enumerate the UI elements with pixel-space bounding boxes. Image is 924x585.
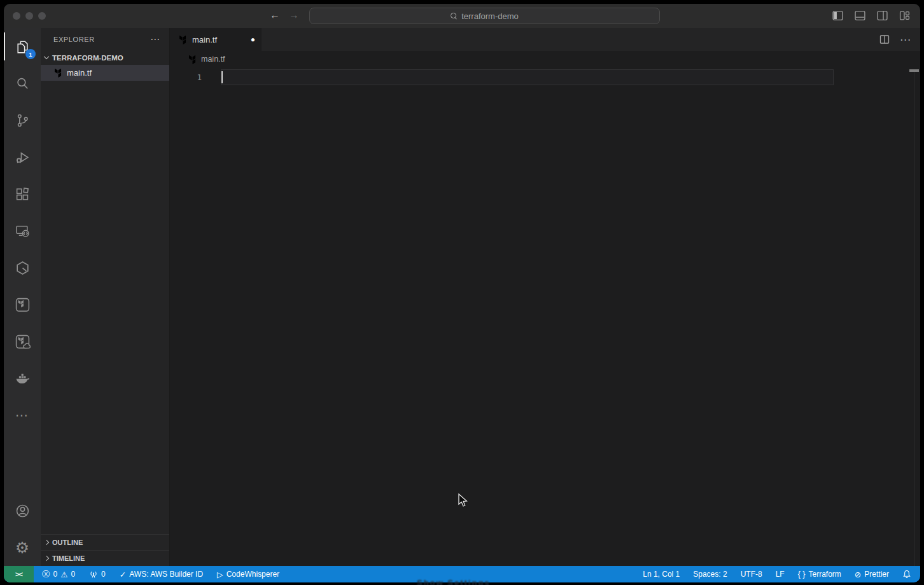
account-icon xyxy=(15,503,31,519)
folder-row-terraform-demo[interactable]: TERRAFORM-DEMO xyxy=(41,50,169,65)
status-right: Ln 1, Col 1 Spaces: 2 UTF-8 LF { } Terra… xyxy=(643,570,920,579)
extensions-icon xyxy=(15,186,31,202)
bell-icon xyxy=(902,570,911,579)
run-debug-icon xyxy=(15,149,31,165)
terraform-icon xyxy=(15,297,31,313)
codewhisperer-label: CodeWhisperer xyxy=(227,570,279,579)
command-center-label: terraform-demo xyxy=(461,11,519,21)
ports-status[interactable]: 0 xyxy=(89,570,106,579)
braces-icon: { } xyxy=(798,570,806,579)
toggle-primary-sidebar-icon[interactable] xyxy=(832,10,843,21)
activity-bar: 1 xyxy=(4,28,41,566)
sidebar-item-search[interactable] xyxy=(4,65,41,102)
explorer-more-actions-icon[interactable]: ⋯ xyxy=(150,34,160,45)
sidebar-item-explorer[interactable]: 1 xyxy=(4,28,41,65)
search-icon xyxy=(451,13,458,20)
code-editor[interactable]: 1 xyxy=(170,67,920,566)
outline-label: OUTLINE xyxy=(52,539,83,546)
tab-bar: main.tf ● ⋯ xyxy=(170,28,920,51)
mouse-pointer-icon xyxy=(458,493,468,507)
search-icon xyxy=(15,76,31,92)
remote-icon: >< xyxy=(15,570,22,578)
forward-icon[interactable]: → xyxy=(289,10,299,21)
language-mode: Terraform xyxy=(808,570,841,579)
explorer-empty-space xyxy=(41,81,169,534)
sidebar-item-remote-explorer[interactable] xyxy=(4,212,41,249)
current-line-highlight xyxy=(221,69,834,85)
clipped-bottom-text: Show Settings xyxy=(417,578,491,585)
cursor-position: Ln 1, Col 1 xyxy=(643,570,680,579)
screen: ← → terraform-demo xyxy=(0,0,924,585)
customize-layout-icon[interactable] xyxy=(899,10,910,21)
file-row-main-tf[interactable]: main.tf xyxy=(41,65,169,81)
breadcrumb-item: main.tf xyxy=(201,55,225,64)
sidebar-item-source-control[interactable] xyxy=(4,102,41,139)
toggle-secondary-sidebar-icon[interactable] xyxy=(877,10,888,21)
terraform-file-icon xyxy=(178,35,188,45)
indentation-status[interactable]: Spaces: 2 xyxy=(693,570,727,579)
layout-controls xyxy=(832,10,910,21)
formatter-status[interactable]: ⊘ Prettier xyxy=(855,570,889,579)
editor-actions: ⋯ xyxy=(879,28,920,51)
file-name: main.tf xyxy=(67,68,92,78)
explorer-sidebar: EXPLORER ⋯ TERRAFORM-DEMO main.tf OUTLIN… xyxy=(41,28,170,566)
aws-toolkit-icon xyxy=(15,260,31,276)
more-actions-icon[interactable]: ⋯ xyxy=(900,33,911,46)
docker-icon xyxy=(15,371,31,387)
terraform-file-icon xyxy=(53,68,63,78)
remote-indicator[interactable]: >< xyxy=(4,566,34,582)
history-nav: ← → xyxy=(270,10,299,21)
back-icon[interactable]: ← xyxy=(270,10,280,21)
status-left: ⓧ 0 ⚠ 0 0 ✓ AWS: AWS Builder ID ▷ CodeWh… xyxy=(34,569,279,580)
close-window-button[interactable] xyxy=(13,12,20,20)
sidebar-item-aws-toolkit[interactable] xyxy=(4,249,41,286)
tab-main-tf[interactable]: main.tf ● xyxy=(170,28,262,51)
split-editor-icon[interactable] xyxy=(879,34,890,45)
eol-status[interactable]: LF xyxy=(776,570,785,579)
timeline-label: TIMELINE xyxy=(52,554,85,562)
minimize-window-button[interactable] xyxy=(25,12,33,20)
check-icon: ✓ xyxy=(120,570,126,579)
additional-views-icon[interactable]: ⋯ xyxy=(4,397,41,434)
source-control-icon xyxy=(15,113,31,128)
warning-icon: ⚠ xyxy=(60,570,67,579)
language-mode-status[interactable]: { } Terraform xyxy=(798,570,841,579)
error-icon: ⓧ xyxy=(42,569,50,580)
accounts-icon[interactable] xyxy=(4,492,41,529)
sidebar-item-terraform[interactable] xyxy=(4,286,41,323)
settings-gear-icon[interactable]: ⚙ xyxy=(4,529,41,566)
toggle-panel-icon[interactable] xyxy=(855,10,865,21)
command-center-search[interactable]: terraform-demo xyxy=(309,8,660,24)
overview-ruler[interactable] xyxy=(914,69,914,566)
radio-tower-icon xyxy=(89,570,98,579)
encoding-status[interactable]: UTF-8 xyxy=(741,570,762,579)
chevron-right-icon xyxy=(44,540,49,545)
folder-name: TERRAFORM-DEMO xyxy=(52,54,123,62)
overview-ruler-cursor-marker xyxy=(909,69,919,72)
zoom-window-button[interactable] xyxy=(38,12,46,20)
editor-group: main.tf ● ⋯ main.tf 1 xyxy=(170,28,920,566)
aws-label: AWS: AWS Builder ID xyxy=(129,570,203,579)
terraform-file-icon xyxy=(188,55,197,64)
cursor-position-status[interactable]: Ln 1, Col 1 xyxy=(643,570,680,579)
codewhisperer-status[interactable]: ▷ CodeWhisperer xyxy=(217,570,279,579)
sidebar-item-terraform-cloud[interactable] xyxy=(4,323,41,360)
tab-label: main.tf xyxy=(192,35,217,45)
vscode-window: ← → terraform-demo xyxy=(4,4,920,582)
notifications-status[interactable] xyxy=(902,570,911,579)
prettier-icon: ⊘ xyxy=(855,570,861,579)
outline-section[interactable]: OUTLINE xyxy=(41,534,169,550)
aws-status[interactable]: ✓ AWS: AWS Builder ID xyxy=(120,570,203,579)
encoding: UTF-8 xyxy=(741,570,762,579)
explorer-badge: 1 xyxy=(25,49,36,59)
sidebar-item-docker[interactable] xyxy=(4,360,41,397)
sidebar-item-extensions[interactable] xyxy=(4,176,41,212)
problems-status[interactable]: ⓧ 0 ⚠ 0 xyxy=(42,569,75,580)
ports-count: 0 xyxy=(101,570,106,579)
sidebar-item-run-debug[interactable] xyxy=(4,139,41,176)
workbench: 1 xyxy=(4,28,920,566)
timeline-section[interactable]: TIMELINE xyxy=(41,550,169,566)
breadcrumb[interactable]: main.tf xyxy=(170,51,920,67)
dirty-indicator-icon[interactable]: ● xyxy=(251,35,255,44)
terraform-cloud-icon xyxy=(15,334,31,350)
